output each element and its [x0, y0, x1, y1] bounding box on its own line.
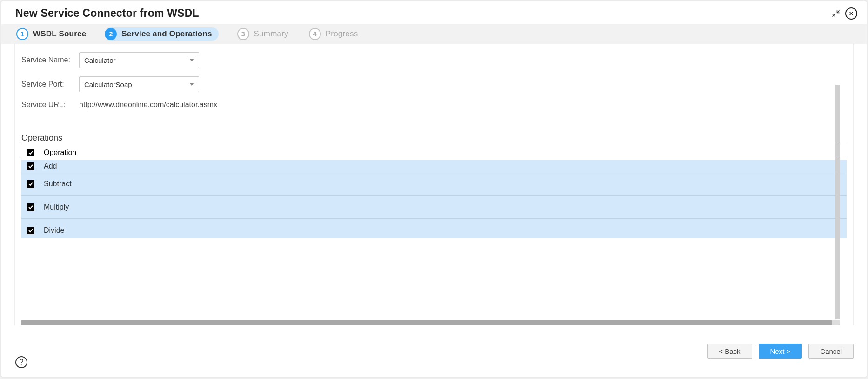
step-badge: 1: [16, 28, 28, 40]
collapse-icon[interactable]: [831, 9, 841, 18]
operation-name: Add: [44, 162, 57, 170]
step-label: WSDL Source: [33, 29, 86, 39]
table-row[interactable]: Add: [21, 160, 847, 172]
scrollbar-thumb[interactable]: [835, 85, 840, 319]
back-button[interactable]: < Back: [707, 344, 752, 359]
operations-heading: Operations: [21, 133, 847, 143]
content-inner: Service Name: Calculator Service Port: C…: [14, 44, 854, 325]
label-service-url: Service URL:: [21, 101, 79, 109]
checkbox-row[interactable]: [27, 162, 34, 170]
operation-name: Subtract: [44, 180, 72, 188]
row-service-port: Service Port: CalculatorSoap: [21, 76, 847, 92]
wizard-steps: 1 WSDL Source 2 Service and Operations 3…: [1, 24, 867, 44]
dialog-footer: ? < Back Next > Cancel: [1, 325, 867, 377]
row-service-url: Service URL: http://www.dneonline.com/ca…: [21, 101, 847, 109]
chevron-down-icon: [189, 59, 194, 61]
step-label: Service and Operations: [121, 29, 212, 39]
help-icon[interactable]: ?: [15, 356, 27, 368]
dialog-header: New Service Connector from WSDL: [1, 1, 867, 24]
table-row[interactable]: Multiply: [21, 196, 847, 219]
wsdl-wizard-dialog: New Service Connector from WSDL 1 WSDL S…: [1, 1, 867, 377]
checkbox-row[interactable]: [27, 203, 34, 211]
operations-header-row: Operation: [21, 145, 847, 160]
label-service-name: Service Name:: [21, 56, 79, 64]
select-value: Calculator: [84, 56, 116, 64]
next-button[interactable]: Next >: [759, 344, 802, 359]
step-label: Summary: [254, 29, 288, 39]
label-service-port: Service Port:: [21, 80, 79, 88]
step-badge: 3: [237, 28, 249, 40]
step-label: Progress: [326, 29, 358, 39]
table-row[interactable]: Subtract: [21, 172, 847, 196]
step-progress[interactable]: 4 Progress: [307, 28, 360, 40]
dialog-title: New Service Connector from WSDL: [15, 7, 831, 20]
close-icon[interactable]: [845, 7, 857, 20]
horizontal-scrollbar[interactable]: [21, 320, 840, 325]
operations-body[interactable]: Add Subtract Multiply: [21, 160, 847, 238]
checkbox-select-all[interactable]: [27, 149, 34, 156]
step-badge: 4: [309, 28, 321, 40]
content-area: Service Name: Calculator Service Port: C…: [1, 44, 867, 325]
value-service-url: http://www.dneonline.com/calculator.asmx: [79, 101, 217, 109]
operations-table: Operation Add Subtract: [21, 145, 847, 325]
cancel-button[interactable]: Cancel: [808, 344, 854, 359]
select-service-port[interactable]: CalculatorSoap: [79, 76, 199, 92]
operation-name: Multiply: [44, 203, 69, 211]
select-service-name[interactable]: Calculator: [79, 52, 199, 68]
step-service-operations[interactable]: 2 Service and Operations: [105, 27, 218, 41]
operation-name: Divide: [44, 226, 64, 235]
step-badge: 2: [105, 28, 117, 40]
chevron-down-icon: [189, 83, 194, 86]
step-summary[interactable]: 3 Summary: [235, 28, 290, 40]
header-actions: [831, 7, 857, 20]
select-value: CalculatorSoap: [84, 81, 132, 88]
vertical-scrollbar[interactable]: [835, 85, 840, 319]
row-service-name: Service Name: Calculator: [21, 52, 847, 68]
column-header-operation: Operation: [44, 149, 76, 157]
checkbox-row[interactable]: [27, 180, 34, 188]
checkbox-row[interactable]: [27, 227, 34, 234]
step-wsdl-source[interactable]: 1 WSDL Source: [14, 28, 88, 40]
scrollbar-thumb[interactable]: [21, 320, 832, 325]
table-row[interactable]: Divide: [21, 219, 847, 238]
